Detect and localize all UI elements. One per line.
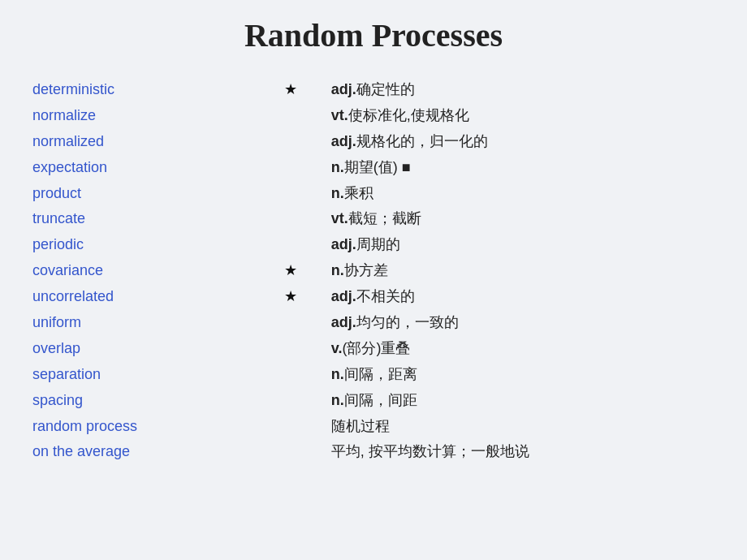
vocab-row: spacingn.间隔，间距: [32, 388, 715, 414]
vocab-star: [284, 362, 331, 388]
vocab-row: random process随机过程: [32, 414, 715, 440]
vocab-definition: vt.截短；截断: [331, 206, 715, 232]
vocab-star: [284, 103, 331, 129]
vocab-term: random process: [32, 414, 284, 440]
vocab-definition: adj.周期的: [331, 232, 715, 258]
vocab-term: uniform: [32, 310, 284, 336]
vocab-star: [284, 206, 331, 232]
vocab-row: deterministic★adj.确定性的: [32, 77, 715, 103]
vocab-term: product: [32, 181, 284, 207]
vocab-star: [284, 232, 331, 258]
vocab-term: truncate: [32, 206, 284, 232]
vocab-row: overlapv.(部分)重叠: [32, 336, 715, 362]
vocab-row: normalizedadj.规格化的，归一化的: [32, 129, 715, 155]
vocab-star: [284, 439, 331, 465]
vocab-term: overlap: [32, 336, 284, 362]
vocab-star: ★: [284, 284, 331, 310]
vocab-star: [284, 310, 331, 336]
vocab-definition: 随机过程: [331, 414, 715, 440]
vocab-star: [284, 155, 331, 181]
vocab-row: expectationn.期望(值) ■: [32, 155, 715, 181]
vocab-term: uncorrelated: [32, 284, 284, 310]
vocab-definition: adj.均匀的，一致的: [331, 310, 715, 336]
vocab-definition: n.协方差: [331, 258, 715, 284]
vocab-star: [284, 414, 331, 440]
vocab-definition: v.(部分)重叠: [331, 336, 715, 362]
page: Random Processes deterministic★adj.确定性的n…: [0, 0, 747, 560]
vocab-row: uncorrelated★adj.不相关的: [32, 284, 715, 310]
vocab-definition: vt.使标准化,使规格化: [331, 103, 715, 129]
vocab-definition: adj.规格化的，归一化的: [331, 129, 715, 155]
vocab-definition: n.期望(值) ■: [331, 155, 715, 181]
vocab-term: normalized: [32, 129, 284, 155]
vocab-star: [284, 336, 331, 362]
vocab-row: on the average平均, 按平均数计算；一般地说: [32, 439, 715, 465]
vocab-row: uniformadj.均匀的，一致的: [32, 310, 715, 336]
vocab-term: expectation: [32, 155, 284, 181]
vocab-star: ★: [284, 258, 331, 284]
vocab-star: [284, 388, 331, 414]
vocab-definition: adj.确定性的: [331, 77, 715, 103]
vocab-row: truncatevt.截短；截断: [32, 206, 715, 232]
vocab-definition: n.间隔，距离: [331, 362, 715, 388]
vocab-term: on the average: [32, 439, 284, 465]
vocab-term: covariance: [32, 258, 284, 284]
vocab-row: normalizevt.使标准化,使规格化: [32, 103, 715, 129]
vocab-term: normalize: [32, 103, 284, 129]
vocab-table: deterministic★adj.确定性的normalizevt.使标准化,使…: [32, 77, 715, 465]
vocab-term: separation: [32, 362, 284, 388]
vocab-row: separationn.间隔，距离: [32, 362, 715, 388]
vocab-row: periodicadj.周期的: [32, 232, 715, 258]
vocab-definition: 平均, 按平均数计算；一般地说: [331, 439, 715, 465]
vocab-definition: n.间隔，间距: [331, 388, 715, 414]
vocab-star: ★: [284, 77, 331, 103]
vocab-row: covariance★n.协方差: [32, 258, 715, 284]
vocab-term: spacing: [32, 388, 284, 414]
vocab-definition: n.乘积: [331, 181, 715, 207]
vocab-row: productn.乘积: [32, 181, 715, 207]
page-title: Random Processes: [32, 16, 715, 54]
vocab-term: periodic: [32, 232, 284, 258]
vocab-term: deterministic: [32, 77, 284, 103]
vocab-star: [284, 129, 331, 155]
vocab-star: [284, 181, 331, 207]
vocab-definition: adj.不相关的: [331, 284, 715, 310]
